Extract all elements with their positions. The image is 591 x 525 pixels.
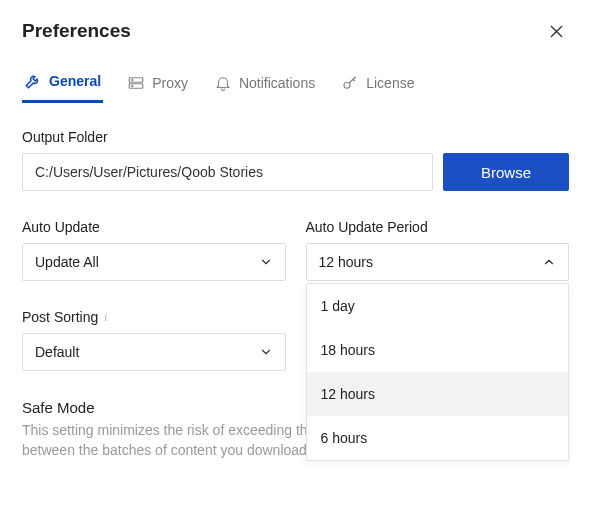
page-title: Preferences [22, 20, 131, 42]
auto-update-section: Auto Update Update All [22, 219, 286, 281]
key-icon [341, 74, 359, 92]
post-sorting-select[interactable]: Default [22, 333, 286, 371]
bell-icon [214, 74, 232, 92]
server-icon [127, 74, 145, 92]
auto-update-period-label: Auto Update Period [306, 219, 570, 235]
browse-button[interactable]: Browse [443, 153, 569, 191]
auto-update-period-option[interactable]: 12 hours [307, 372, 569, 416]
auto-update-period-dropdown: 1 day 18 hours 12 hours 6 hours [306, 283, 570, 461]
svg-point-5 [132, 85, 133, 86]
output-folder-input[interactable] [22, 153, 433, 191]
auto-update-period-option[interactable]: 1 day [307, 284, 569, 328]
tab-proxy[interactable]: Proxy [125, 68, 190, 102]
header: Preferences [22, 20, 569, 42]
output-folder-section: Output Folder Browse [22, 129, 569, 191]
chevron-up-icon [542, 255, 556, 269]
info-icon[interactable]: i [104, 312, 107, 323]
close-button[interactable] [544, 23, 569, 40]
post-sorting-section: Post Sorting i Default [22, 309, 286, 371]
svg-point-4 [132, 79, 133, 80]
tab-notifications[interactable]: Notifications [212, 68, 317, 102]
auto-update-period-section: Auto Update Period 12 hours 1 day 18 hou… [306, 219, 570, 281]
tab-general[interactable]: General [22, 66, 103, 103]
preferences-window: Preferences General Proxy Notifications [0, 0, 591, 461]
close-icon [550, 25, 563, 38]
tab-license[interactable]: License [339, 68, 416, 102]
auto-update-select[interactable]: Update All [22, 243, 286, 281]
auto-update-period-option[interactable]: 18 hours [307, 328, 569, 372]
post-sorting-label-text: Post Sorting [22, 309, 98, 325]
auto-update-period-option[interactable]: 6 hours [307, 416, 569, 460]
tabs: General Proxy Notifications License [22, 66, 569, 103]
chevron-down-icon [259, 345, 273, 359]
tab-label: Proxy [152, 75, 188, 91]
post-sorting-value: Default [35, 344, 79, 360]
chevron-down-icon [259, 255, 273, 269]
auto-update-label: Auto Update [22, 219, 286, 235]
auto-update-value: Update All [35, 254, 99, 270]
tab-label: General [49, 73, 101, 89]
tab-label: Notifications [239, 75, 315, 91]
wrench-icon [24, 72, 42, 90]
output-folder-label: Output Folder [22, 129, 569, 145]
auto-update-period-select[interactable]: 12 hours [306, 243, 570, 281]
post-sorting-label: Post Sorting i [22, 309, 286, 325]
auto-update-period-value: 12 hours [319, 254, 373, 270]
tab-label: License [366, 75, 414, 91]
